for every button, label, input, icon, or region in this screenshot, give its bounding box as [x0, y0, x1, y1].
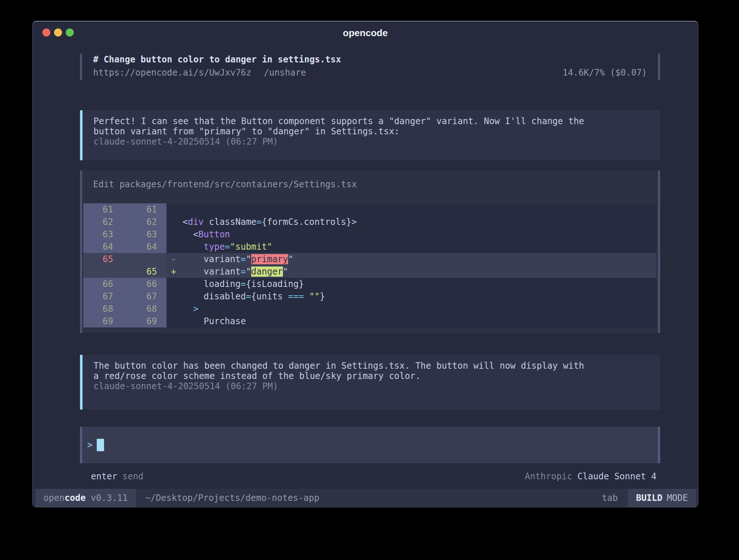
status-bar: opencode v0.3.11 ~/Desktop/Projects/demo…: [32, 489, 698, 507]
send-action-label: send: [122, 471, 143, 482]
code-token: =: [241, 254, 246, 264]
diff-code-line: - variant="primary": [166, 253, 656, 265]
session-title: # Change button color to danger in setti…: [93, 54, 647, 65]
diff-row: 6868 >: [83, 303, 656, 315]
new-line-number: 63: [125, 228, 166, 241]
code-token: className: [204, 217, 257, 227]
old-line-number: 68: [83, 303, 125, 315]
provider-label: Anthropic: [525, 471, 572, 482]
code-token: ===: [288, 291, 304, 302]
working-directory: ~/Desktop/Projects/demo-notes-app: [145, 493, 319, 503]
diff-rows: 61616262<div className={formCs.controls}…: [83, 203, 656, 327]
code-token: [183, 242, 204, 252]
code-token: "": [309, 291, 320, 302]
window-title: opencode: [32, 27, 698, 39]
old-line-number: 62: [83, 216, 125, 228]
old-line-number: 67: [83, 290, 125, 303]
diff-code-line: >: [166, 303, 656, 315]
window-titlebar: opencode: [32, 22, 698, 44]
prompt-input[interactable]: >: [80, 427, 660, 463]
text-cursor: [97, 439, 104, 451]
diff-code-line: <Button: [166, 228, 656, 241]
header-right-bar: [658, 54, 660, 80]
code-token: variant: [183, 266, 241, 277]
app-name-code: code: [65, 493, 86, 503]
code-token: <: [183, 229, 198, 239]
diff-code-line: <div className={formCs.controls}>: [166, 216, 656, 228]
diff-row: 6767 disabled={units === ""}: [83, 290, 656, 303]
diff-row: 65+ variant="danger": [83, 265, 656, 278]
token-usage-stats: 14.6K/7% ($0.07): [563, 68, 647, 78]
new-line-number: 62: [125, 216, 166, 228]
diff-marker: +: [171, 265, 176, 278]
prompt-symbol: >: [87, 440, 92, 450]
code-token: disabled: [183, 291, 246, 302]
opencode-window: opencode # Change button color to danger…: [32, 21, 698, 507]
message-text: The button color has been changed to dan…: [93, 361, 660, 381]
code-token: Button: [198, 229, 230, 239]
code-token: Purchase: [183, 316, 246, 326]
code-token: =: [241, 279, 246, 289]
app-name-open: open: [43, 493, 65, 503]
new-line-number: 67: [125, 290, 166, 303]
mode-name: BUILD: [636, 493, 662, 503]
message-model-meta: claude-sonnet-4-20250514 (06:27 PM): [93, 381, 660, 391]
code-token: <: [183, 217, 188, 227]
tab-key-hint: tab: [602, 493, 618, 503]
diff-row: 6262<div className={formCs.controls}>: [83, 216, 656, 228]
code-token: =: [225, 242, 230, 252]
session-header: # Change button color to danger in setti…: [80, 54, 660, 80]
input-left-bar: [80, 427, 82, 463]
code-token: {units: [251, 291, 288, 302]
diff-row: 6464 type="submit": [83, 241, 656, 253]
new-line-number: 64: [125, 241, 166, 253]
assistant-message: Perfect! I can see that the Button compo…: [80, 110, 660, 160]
old-line-number: 63: [83, 228, 125, 241]
code-token: ": [246, 254, 251, 264]
diff-left-bar: [80, 170, 82, 333]
code-token: div: [188, 217, 203, 227]
new-line-number: 69: [125, 315, 166, 327]
code-token: "submit": [230, 242, 272, 252]
code-token: {formCs.controls}>: [262, 217, 357, 227]
diff-code-line: + variant="danger": [166, 265, 656, 278]
app-version: v0.3.11: [91, 493, 128, 503]
enter-key-hint: enter: [91, 471, 117, 482]
diff-code-line: Purchase: [166, 315, 656, 327]
model-label: Claude Sonnet 4: [577, 471, 656, 482]
hint-row: entersend AnthropicClaude Sonnet 4: [80, 471, 660, 482]
diff-marker: -: [171, 253, 176, 265]
code-token: >: [193, 304, 198, 314]
code-token: type: [204, 242, 225, 252]
unshare-command[interactable]: /unshare: [264, 68, 306, 78]
diff-code-line: type="submit": [166, 241, 656, 253]
message-model-meta: claude-sonnet-4-20250514 (06:27 PM): [93, 137, 660, 147]
diff-row: 6969 Purchase: [83, 315, 656, 327]
new-line-number: 61: [125, 203, 166, 216]
diff-file-header: Edit packages/frontend/src/containers/Se…: [93, 179, 357, 189]
diff-row: 6666 loading={isLoading}: [83, 278, 656, 290]
diff-code-line: disabled={units === ""}: [166, 290, 656, 303]
diff-row: 6363 <Button: [83, 228, 656, 241]
old-line-number: 66: [83, 278, 125, 290]
new-line-number: 68: [125, 303, 166, 315]
app-version-chip: opencode v0.3.11: [35, 489, 136, 507]
code-token: ": [246, 266, 251, 277]
build-mode-chip[interactable]: BUILDMODE: [628, 489, 696, 507]
share-url-link[interactable]: https://opencode.ai/s/UwJxv76z: [93, 68, 251, 78]
code-token: ": [288, 254, 293, 264]
new-line-number: 65: [125, 265, 166, 278]
code-token: [304, 291, 309, 302]
old-line-number: 65: [83, 253, 125, 265]
code-token: =: [256, 217, 261, 227]
old-line-number: 69: [83, 315, 125, 327]
diff-row: 65- variant="primary": [83, 253, 656, 265]
code-token: [183, 304, 193, 314]
diff-row: 6161: [83, 203, 656, 216]
code-token: =: [246, 291, 251, 302]
mode-label: MODE: [667, 493, 688, 503]
code-token: =: [241, 266, 246, 277]
new-line-number: 66: [125, 278, 166, 290]
input-right-bar: [658, 427, 660, 463]
code-token: ": [283, 266, 288, 277]
